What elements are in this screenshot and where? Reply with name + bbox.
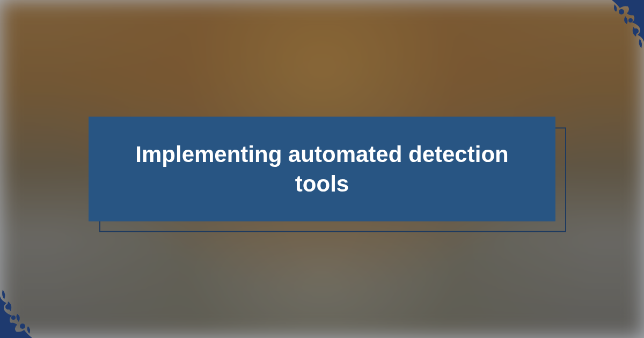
corner-ornament-top-right	[580, 0, 644, 64]
svg-point-0	[619, 9, 624, 14]
svg-point-3	[20, 324, 25, 329]
corner-ornament-bottom-left	[0, 274, 64, 338]
page-title: Implementing automated detection tools	[115, 139, 529, 198]
svg-point-1	[628, 18, 633, 23]
title-container: Implementing automated detection tools	[89, 117, 555, 222]
title-box: Implementing automated detection tools	[89, 117, 555, 222]
svg-point-4	[11, 315, 16, 320]
